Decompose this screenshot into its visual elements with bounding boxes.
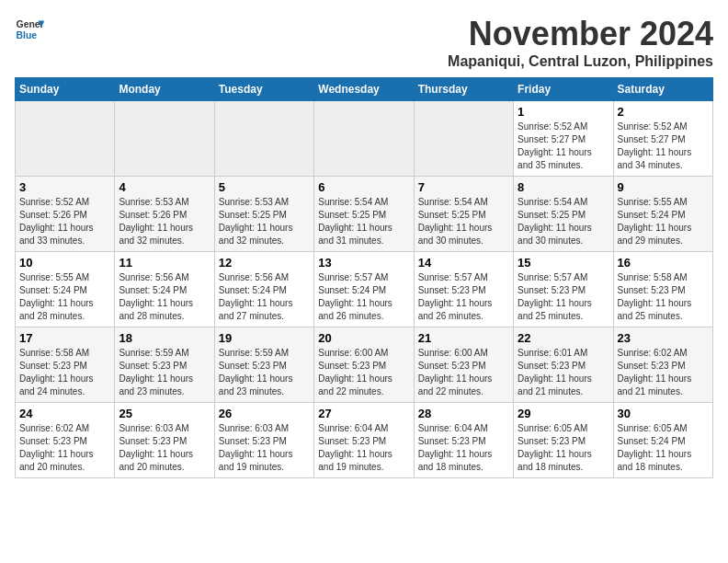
day-number: 3 (19, 180, 110, 194)
day-info: Sunrise: 6:05 AM Sunset: 5:24 PM Dayligh… (618, 422, 709, 474)
calendar-cell: 22Sunrise: 6:01 AM Sunset: 5:23 PM Dayli… (514, 327, 613, 403)
day-info: Sunrise: 6:04 AM Sunset: 5:23 PM Dayligh… (418, 422, 509, 474)
calendar-cell: 27Sunrise: 6:04 AM Sunset: 5:23 PM Dayli… (314, 403, 414, 478)
day-number: 14 (418, 256, 509, 270)
day-info: Sunrise: 6:04 AM Sunset: 5:23 PM Dayligh… (318, 422, 409, 474)
logo-icon: General Blue (15, 15, 44, 44)
calendar-table: SundayMondayTuesdayWednesdayThursdayFrid… (15, 77, 713, 478)
day-number: 20 (318, 331, 409, 345)
day-number: 17 (19, 331, 110, 345)
day-info: Sunrise: 5:54 AM Sunset: 5:25 PM Dayligh… (318, 196, 409, 247)
day-number: 28 (418, 407, 509, 420)
weekday-header: Tuesday (214, 78, 313, 101)
day-number: 8 (518, 180, 609, 194)
day-info: Sunrise: 5:57 AM Sunset: 5:24 PM Dayligh… (318, 271, 409, 323)
day-number: 15 (518, 256, 609, 270)
day-number: 25 (119, 407, 210, 420)
calendar-cell (16, 101, 115, 177)
weekday-header-row: SundayMondayTuesdayWednesdayThursdayFrid… (16, 78, 713, 101)
day-info: Sunrise: 5:53 AM Sunset: 5:25 PM Dayligh… (219, 196, 310, 247)
logo: General Blue (15, 15, 44, 44)
calendar-cell: 1Sunrise: 5:52 AM Sunset: 5:27 PM Daylig… (514, 101, 613, 177)
calendar-cell: 21Sunrise: 6:00 AM Sunset: 5:23 PM Dayli… (414, 327, 513, 403)
calendar-cell (214, 101, 313, 177)
calendar-cell: 7Sunrise: 5:54 AM Sunset: 5:25 PM Daylig… (414, 177, 513, 252)
calendar-cell: 10Sunrise: 5:55 AM Sunset: 5:24 PM Dayli… (16, 252, 115, 327)
calendar-cell: 13Sunrise: 5:57 AM Sunset: 5:24 PM Dayli… (314, 252, 414, 327)
calendar-week-row: 24Sunrise: 6:02 AM Sunset: 5:23 PM Dayli… (16, 403, 713, 478)
day-number: 23 (618, 331, 709, 345)
day-number: 24 (19, 407, 110, 420)
title-area: November 2024 Mapaniqui, Central Luzon, … (448, 15, 713, 70)
calendar-cell: 25Sunrise: 6:03 AM Sunset: 5:23 PM Dayli… (115, 403, 214, 478)
day-number: 2 (618, 105, 709, 119)
calendar-cell: 2Sunrise: 5:52 AM Sunset: 5:27 PM Daylig… (613, 101, 712, 177)
day-info: Sunrise: 5:57 AM Sunset: 5:23 PM Dayligh… (418, 271, 509, 323)
day-number: 7 (418, 180, 509, 194)
calendar-cell: 26Sunrise: 6:03 AM Sunset: 5:23 PM Dayli… (214, 403, 313, 478)
calendar-cell: 20Sunrise: 6:00 AM Sunset: 5:23 PM Dayli… (314, 327, 414, 403)
day-info: Sunrise: 5:56 AM Sunset: 5:24 PM Dayligh… (119, 271, 210, 323)
day-info: Sunrise: 5:59 AM Sunset: 5:23 PM Dayligh… (119, 347, 210, 398)
calendar-cell: 18Sunrise: 5:59 AM Sunset: 5:23 PM Dayli… (115, 327, 214, 403)
day-info: Sunrise: 5:58 AM Sunset: 5:23 PM Dayligh… (19, 347, 110, 398)
calendar-week-row: 1Sunrise: 5:52 AM Sunset: 5:27 PM Daylig… (16, 101, 713, 177)
calendar-week-row: 3Sunrise: 5:52 AM Sunset: 5:26 PM Daylig… (16, 177, 713, 252)
calendar-cell: 30Sunrise: 6:05 AM Sunset: 5:24 PM Dayli… (613, 403, 712, 478)
day-info: Sunrise: 6:02 AM Sunset: 5:23 PM Dayligh… (19, 422, 110, 474)
calendar-cell: 6Sunrise: 5:54 AM Sunset: 5:25 PM Daylig… (314, 177, 414, 252)
day-info: Sunrise: 5:55 AM Sunset: 5:24 PM Dayligh… (19, 271, 110, 323)
weekday-header: Friday (514, 78, 613, 101)
day-number: 18 (119, 331, 210, 345)
day-info: Sunrise: 6:03 AM Sunset: 5:23 PM Dayligh… (119, 422, 210, 474)
calendar-cell: 12Sunrise: 5:56 AM Sunset: 5:24 PM Dayli… (214, 252, 313, 327)
day-number: 13 (318, 256, 409, 270)
day-number: 5 (219, 180, 310, 194)
weekday-header: Sunday (16, 78, 115, 101)
calendar-cell: 8Sunrise: 5:54 AM Sunset: 5:25 PM Daylig… (514, 177, 613, 252)
calendar-cell: 14Sunrise: 5:57 AM Sunset: 5:23 PM Dayli… (414, 252, 513, 327)
day-number: 21 (418, 331, 509, 345)
calendar-cell (314, 101, 414, 177)
day-info: Sunrise: 5:52 AM Sunset: 5:26 PM Dayligh… (19, 196, 110, 247)
weekday-header: Thursday (414, 78, 513, 101)
day-number: 12 (219, 256, 310, 270)
day-info: Sunrise: 5:57 AM Sunset: 5:23 PM Dayligh… (518, 271, 609, 323)
day-number: 10 (19, 256, 110, 270)
weekday-header: Monday (115, 78, 214, 101)
calendar-cell: 24Sunrise: 6:02 AM Sunset: 5:23 PM Dayli… (16, 403, 115, 478)
month-title: November 2024 (448, 15, 713, 53)
calendar-week-row: 17Sunrise: 5:58 AM Sunset: 5:23 PM Dayli… (16, 327, 713, 403)
day-number: 9 (618, 180, 709, 194)
calendar-cell: 3Sunrise: 5:52 AM Sunset: 5:26 PM Daylig… (16, 177, 115, 252)
day-number: 19 (219, 331, 310, 345)
weekday-header: Saturday (613, 78, 712, 101)
day-number: 1 (518, 105, 609, 119)
calendar-cell: 9Sunrise: 5:55 AM Sunset: 5:24 PM Daylig… (613, 177, 712, 252)
day-number: 11 (119, 256, 210, 270)
calendar-cell: 11Sunrise: 5:56 AM Sunset: 5:24 PM Dayli… (115, 252, 214, 327)
day-info: Sunrise: 5:59 AM Sunset: 5:23 PM Dayligh… (219, 347, 310, 398)
calendar-cell: 5Sunrise: 5:53 AM Sunset: 5:25 PM Daylig… (214, 177, 313, 252)
day-number: 27 (318, 407, 409, 420)
calendar-cell: 19Sunrise: 5:59 AM Sunset: 5:23 PM Dayli… (214, 327, 313, 403)
calendar-cell: 4Sunrise: 5:53 AM Sunset: 5:26 PM Daylig… (115, 177, 214, 252)
day-info: Sunrise: 6:01 AM Sunset: 5:23 PM Dayligh… (518, 347, 609, 398)
calendar-cell: 29Sunrise: 6:05 AM Sunset: 5:23 PM Dayli… (514, 403, 613, 478)
location-title: Mapaniqui, Central Luzon, Philippines (448, 53, 713, 70)
day-info: Sunrise: 6:00 AM Sunset: 5:23 PM Dayligh… (318, 347, 409, 398)
calendar-cell (414, 101, 513, 177)
calendar-cell (115, 101, 214, 177)
calendar-cell: 15Sunrise: 5:57 AM Sunset: 5:23 PM Dayli… (514, 252, 613, 327)
day-info: Sunrise: 5:56 AM Sunset: 5:24 PM Dayligh… (219, 271, 310, 323)
day-info: Sunrise: 5:54 AM Sunset: 5:25 PM Dayligh… (418, 196, 509, 247)
calendar-cell: 28Sunrise: 6:04 AM Sunset: 5:23 PM Dayli… (414, 403, 513, 478)
day-info: Sunrise: 5:55 AM Sunset: 5:24 PM Dayligh… (618, 196, 709, 247)
day-number: 22 (518, 331, 609, 345)
day-number: 16 (618, 256, 709, 270)
day-number: 29 (518, 407, 609, 420)
day-info: Sunrise: 5:54 AM Sunset: 5:25 PM Dayligh… (518, 196, 609, 247)
weekday-header: Wednesday (314, 78, 414, 101)
day-number: 26 (219, 407, 310, 420)
day-info: Sunrise: 5:52 AM Sunset: 5:27 PM Dayligh… (518, 121, 609, 172)
